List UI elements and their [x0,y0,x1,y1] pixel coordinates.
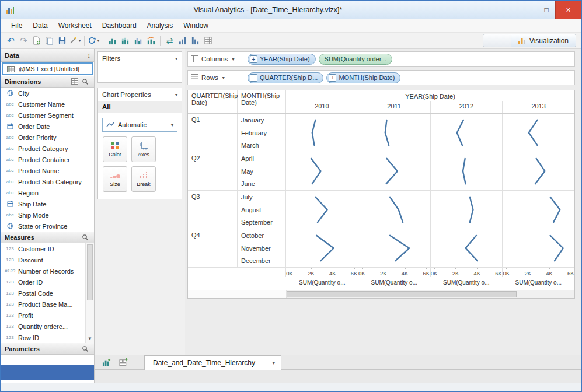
title-bar[interactable]: Visual Analytics - [Date_Time_Hierarchy.… [1,1,581,19]
menu-item-data[interactable]: Data [27,19,53,32]
field-item[interactable]: abcCustomer Segment [1,110,94,121]
field-item[interactable]: abcCustomer Name [1,99,94,110]
filters-card-header[interactable]: Filters ▾ [98,52,182,65]
undo-icon[interactable]: ↶ [5,34,17,47]
chart-cell[interactable] [430,191,503,229]
line-mark[interactable] [358,191,430,229]
sort-descending-icon[interactable] [189,34,201,47]
year-field-label[interactable]: YEAR(Ship Date) [286,90,574,102]
line-mark[interactable] [503,114,574,152]
month-label[interactable]: January [241,114,285,127]
field-item[interactable]: 123Profit [1,310,85,321]
bar-chart-icon[interactable] [106,34,119,47]
chart-cell[interactable] [286,191,358,229]
chart-cell[interactable] [286,229,358,267]
rows-shelf-label[interactable]: Rows ▾ [191,74,245,81]
field-item[interactable]: Ship Date [1,198,94,209]
chart-cell[interactable] [358,114,430,152]
scrollbar-thumb[interactable] [287,291,517,298]
field-item[interactable]: 123Row ID [1,332,85,343]
parameters-selection[interactable] [1,365,94,380]
line-mark[interactable] [286,229,358,267]
size-button[interactable]: Size [103,166,127,192]
field-item[interactable]: 123Quantity ordere... [1,321,85,332]
year-label[interactable]: 2010 [286,102,358,113]
new-dashboard-icon[interactable] [117,356,130,369]
mark-type-select[interactable]: Automatic ▾ [102,118,177,132]
search-icon[interactable] [80,345,90,352]
line-mark[interactable] [286,191,358,229]
break-button[interactable]: Break [131,166,156,192]
field-item[interactable]: Order Date [1,121,94,132]
visualization-button[interactable]: Visualization [511,34,576,47]
field-item[interactable]: abcProduct Container [1,154,94,165]
pill-year-ship-date[interactable]: + YEAR(Ship Date) [248,54,316,65]
chevron-down-icon[interactable]: ▾ [175,92,177,97]
axis-title[interactable]: SUM(Quantity o... [430,277,503,290]
menu-item-analysis[interactable]: Analysis [142,19,179,32]
scrollbar-track[interactable] [286,290,574,298]
axis-title[interactable]: SUM(Quantity o... [503,277,575,290]
scrollbar-thumb[interactable] [87,244,93,300]
field-item[interactable]: abcProduct Category [1,143,94,154]
stacked-bar-chart-icon[interactable] [119,34,131,47]
line-mark[interactable] [286,114,358,152]
menu-item-window[interactable]: Window [178,19,214,32]
month-label[interactable]: April [241,152,285,165]
data-source-item[interactable]: @MS Excel [Untitled] [2,62,93,75]
quarter-label[interactable]: Q2 [188,152,238,190]
redo-icon[interactable]: ↷ [18,34,30,47]
axis-title[interactable]: SUM(Quantity o... [358,277,431,290]
line-mark[interactable] [358,152,430,190]
line-mark[interactable] [358,229,430,267]
line-mark[interactable] [503,229,574,267]
pill-month-ship-date[interactable]: + MONTH(Ship Date) [326,72,400,83]
month-label[interactable]: July [241,191,285,204]
year-label[interactable]: 2013 [502,102,574,113]
collapse-icon[interactable]: − [250,74,257,82]
sort-ascending-icon[interactable] [176,34,189,47]
line-mark[interactable] [503,191,574,229]
chart-cell[interactable] [430,152,503,190]
field-item[interactable]: #123Number of Records [1,265,85,276]
expand-icon[interactable]: + [250,55,257,63]
columns-shelf[interactable]: Columns ▾ + YEAR(Ship Date) SUM(Quantity… [187,51,575,66]
chart-properties-header[interactable]: Chart Properties ▾ [98,88,182,101]
chart-cell[interactable] [358,191,430,229]
line-mark[interactable] [431,114,503,152]
parameters-header[interactable]: Parameters [1,343,94,355]
field-item[interactable]: 123Discount [1,254,85,265]
swap-axes-icon[interactable]: ⇄ [163,34,176,47]
line-mark[interactable] [431,191,503,229]
save-icon[interactable] [56,34,68,47]
chart-cell[interactable] [358,152,430,190]
chevron-down-icon[interactable]: ▾ [272,360,275,366]
chart-cell[interactable] [430,229,503,267]
month-label[interactable]: June [241,177,285,190]
highlight-table-icon[interactable] [202,34,214,47]
month-label[interactable]: March [241,139,285,152]
field-item[interactable]: 123Product Base Ma... [1,299,85,310]
menu-item-file[interactable]: File [6,19,27,32]
month-label[interactable]: September [241,216,285,229]
maximize-button[interactable]: □ [538,1,555,19]
quarter-label[interactable]: Q1 [188,114,238,152]
sheet-tab-active[interactable]: Date_and_Date_Time_Hierarchy ▾ [144,355,281,370]
month-column-header[interactable]: MONTH(Ship Date) [238,90,286,113]
refresh-icon[interactable]: ▾ [88,34,100,47]
chevron-down-icon[interactable]: ▾ [175,56,177,61]
color-button[interactable]: Color [103,136,127,162]
field-item[interactable]: 123Customer ID [1,243,85,254]
combo-chart-icon[interactable] [145,34,157,47]
data-panel-header[interactable]: Data ↕ [1,49,94,62]
minimize-button[interactable]: – [520,1,538,19]
dimensions-header[interactable]: Dimensions [1,76,94,88]
chart-cell[interactable] [430,114,503,152]
format-wand-icon[interactable]: ▾ [69,34,81,47]
quarter-column-header[interactable]: QUARTER(Ship Date) [188,90,238,113]
month-label[interactable]: December [241,254,285,267]
line-mark[interactable] [431,152,503,190]
rows-shelf[interactable]: Rows ▾ − QUARTER(Ship D... + MONTH(Ship … [187,70,575,85]
field-item[interactable]: abcProduct Name [1,165,94,176]
month-label[interactable]: February [241,127,285,139]
